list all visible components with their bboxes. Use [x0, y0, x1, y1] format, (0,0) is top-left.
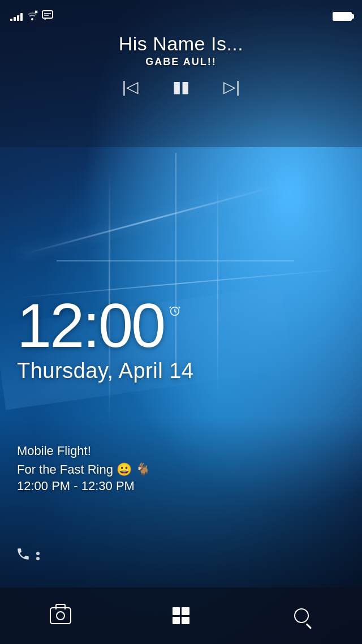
artist-name: GABE AUL!!	[11, 56, 351, 68]
battery-icon	[333, 12, 352, 21]
win-pane-1	[173, 607, 180, 615]
win-pane-4	[182, 617, 189, 625]
phone-section	[16, 547, 40, 565]
camera-icon	[50, 607, 71, 624]
search-button[interactable]	[285, 599, 318, 633]
phone-icon	[16, 547, 31, 565]
wifi-icon	[26, 10, 38, 23]
alarm-icon	[169, 304, 181, 320]
svg-rect-2	[42, 11, 53, 18]
signal-icon	[10, 12, 23, 21]
win-pane-3	[173, 617, 180, 625]
notification-title: Mobile Flight!	[17, 441, 150, 460]
win-pane-2	[182, 607, 189, 615]
pause-button[interactable]: ▮▮	[173, 79, 189, 95]
start-button[interactable]	[164, 599, 198, 633]
notification-time: 12:00 PM - 12:30 PM	[17, 479, 150, 493]
notification-line2-text: For the Fast Ring	[17, 460, 113, 479]
music-player: His Name Is... GABE AUL!! |◁ ▮▮ ▷|	[0, 28, 362, 100]
time-row: 12:00	[17, 294, 193, 357]
signal-bar-3	[17, 15, 19, 21]
date-display: Thursday, April 14	[17, 359, 193, 383]
signal-bar-2	[14, 17, 16, 21]
notification-line2: For the Fast Ring 😀 🐐	[17, 460, 150, 479]
message-icon	[42, 10, 53, 23]
windows-start-icon	[173, 607, 189, 624]
camera-button[interactable]	[44, 599, 77, 633]
media-controls: |◁ ▮▮ ▷|	[11, 79, 351, 95]
emoji-goat: 🐐	[135, 462, 150, 477]
time-display: 12:00	[17, 294, 164, 357]
next-button[interactable]: ▷|	[223, 79, 240, 95]
status-left-icons	[10, 10, 53, 23]
song-title: His Name Is...	[11, 33, 351, 55]
phone-dots	[35, 552, 40, 560]
notification-section: Mobile Flight! For the Fast Ring 😀 🐐 12:…	[17, 441, 150, 493]
signal-bar-1	[10, 19, 12, 21]
search-icon	[294, 608, 309, 623]
status-bar	[0, 0, 362, 28]
signal-bar-4	[20, 13, 23, 21]
prev-button[interactable]: |◁	[122, 79, 139, 95]
emoji-smiley: 😀	[117, 462, 132, 477]
clock-section: 12:00 Thursday, April 14	[17, 294, 193, 383]
camera-lens	[56, 611, 65, 620]
taskbar	[0, 587, 362, 644]
